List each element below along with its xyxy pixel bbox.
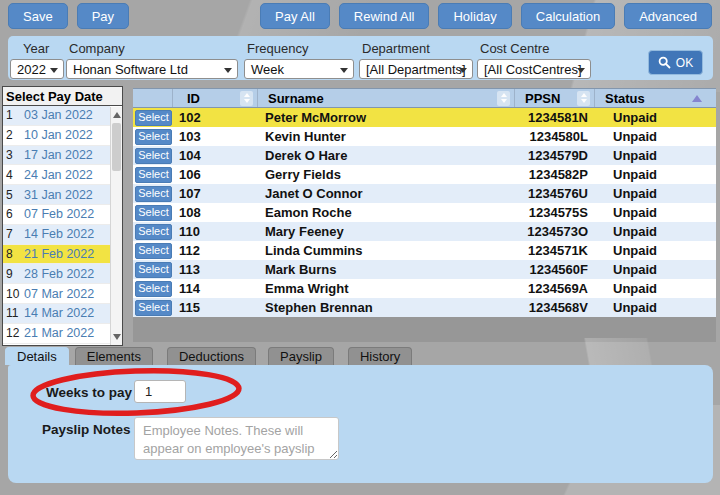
department-value: [All Departments] <box>366 62 466 77</box>
sort-icon[interactable] <box>577 91 590 106</box>
employee-status: Unpaid <box>593 224 714 239</box>
select-button[interactable]: Select <box>135 186 172 202</box>
pay-date-value: 03 Jan 2022 <box>24 108 93 122</box>
tab-elements[interactable]: Elements <box>75 347 153 365</box>
pay-date-row[interactable]: 607 Feb 2022 <box>3 205 110 225</box>
pay-date-number: 11 <box>3 306 24 320</box>
employee-row[interactable]: Select106Gerry Fields1234582PUnpaid <box>133 165 716 184</box>
company-select[interactable]: Honan Software Ltd <box>66 59 238 79</box>
employee-id: 108 <box>172 205 256 220</box>
pay-date-number: 9 <box>3 267 24 281</box>
pay-all-button[interactable]: Pay All <box>260 3 330 29</box>
employee-row[interactable]: Select110Mary Feeney1234573OUnpaid <box>133 222 716 241</box>
year-select[interactable]: 2022 <box>10 59 64 79</box>
employee-id: 103 <box>172 129 256 144</box>
scrollbar-thumb[interactable] <box>112 123 121 171</box>
employee-ppsn: 1234560F <box>513 262 593 277</box>
pay-date-row[interactable]: 714 Feb 2022 <box>3 225 110 245</box>
tab-history[interactable]: History <box>348 347 412 365</box>
cost-centre-label: Cost Centre <box>480 41 591 57</box>
sort-icon[interactable] <box>497 91 510 106</box>
advanced-button[interactable]: Advanced <box>624 3 712 29</box>
pay-date-row[interactable]: 210 Jan 2022 <box>3 126 110 146</box>
pay-button[interactable]: Pay <box>77 3 129 29</box>
pay-date-value: 24 Jan 2022 <box>24 168 93 182</box>
pay-date-row[interactable]: 1007 Mar 2022 <box>3 284 110 304</box>
frequency-select[interactable]: Week <box>244 59 354 79</box>
select-button[interactable]: Select <box>135 205 172 221</box>
company-filter: Company Honan Software Ltd <box>66 41 238 79</box>
select-button[interactable]: Select <box>135 129 172 145</box>
select-button[interactable]: Select <box>135 224 172 240</box>
employee-ppsn: 1234568V <box>513 300 593 315</box>
holiday-button[interactable]: Holiday <box>438 3 511 29</box>
pay-date-row[interactable]: 424 Jan 2022 <box>3 165 110 185</box>
employee-ppsn: 1234569A <box>513 281 593 296</box>
cost-centre-select[interactable]: [All CostCentres] <box>477 59 591 79</box>
pay-date-value: 17 Jan 2022 <box>24 148 93 162</box>
pay-date-scrollbar[interactable] <box>110 107 122 345</box>
pay-date-number: 3 <box>3 148 24 162</box>
weeks-to-pay-input[interactable] <box>134 380 186 403</box>
employee-row[interactable]: Select113Mark Burns1234560FUnpaid <box>133 260 716 279</box>
pay-date-row[interactable]: 317 Jan 2022 <box>3 146 110 166</box>
scroll-down-icon[interactable] <box>113 334 121 340</box>
pay-date-value: 07 Feb 2022 <box>24 207 94 221</box>
column-header-id[interactable]: ID <box>173 89 258 107</box>
chevron-down-icon <box>50 68 58 73</box>
header-blank-cell <box>133 89 173 107</box>
pay-date-value: 28 Feb 2022 <box>24 267 94 281</box>
pay-date-value: 14 Feb 2022 <box>24 227 94 241</box>
employee-row[interactable]: Select102Peter McMorrow1234581NUnpaid <box>133 108 716 127</box>
calculation-button[interactable]: Calculation <box>521 3 615 29</box>
tab-deductions[interactable]: Deductions <box>167 347 256 365</box>
tab-details[interactable]: Details <box>5 347 69 365</box>
sort-icon[interactable] <box>240 91 253 106</box>
payslip-notes-textarea[interactable] <box>134 417 339 460</box>
rewind-all-button[interactable]: Rewind All <box>339 3 430 29</box>
select-button[interactable]: Select <box>135 167 172 183</box>
select-button[interactable]: Select <box>135 262 172 278</box>
pay-date-row[interactable]: 103 Jan 2022 <box>3 106 110 126</box>
employee-row[interactable]: Select108Eamon Roche1234575SUnpaid <box>133 203 716 222</box>
department-filter: Department [All Departments] <box>359 41 473 79</box>
details-panel: Weeks to pay Payslip Notes <box>8 365 713 483</box>
employee-row[interactable]: Select114Emma Wright1234569AUnpaid <box>133 279 716 298</box>
column-header-ppsn[interactable]: PPSN <box>515 89 595 107</box>
pay-date-row[interactable]: 531 Jan 2022 <box>3 185 110 205</box>
pay-date-row[interactable]: 1221 Mar 2022 <box>3 324 110 344</box>
select-button[interactable]: Select <box>135 300 172 316</box>
employee-status: Unpaid <box>593 186 714 201</box>
select-button[interactable]: Select <box>135 148 172 164</box>
pay-date-number: 12 <box>3 326 24 340</box>
save-button[interactable]: Save <box>8 3 68 29</box>
select-button[interactable]: Select <box>135 281 172 297</box>
column-header-surname[interactable]: Surname <box>258 89 515 107</box>
employee-row[interactable]: Select115Stephen Brennan1234568VUnpaid <box>133 298 716 317</box>
payslip-notes-label: Payslip Notes <box>42 422 131 437</box>
select-button[interactable]: Select <box>135 110 172 126</box>
employee-surname: Kevin Hunter <box>256 129 513 144</box>
pay-date-number: 6 <box>3 207 24 221</box>
employee-status: Unpaid <box>593 110 714 125</box>
employee-id: 107 <box>172 186 256 201</box>
employee-row[interactable]: Select103Kevin Hunter1234580LUnpaid <box>133 127 716 146</box>
select-button[interactable]: Select <box>135 243 172 259</box>
search-ok-button[interactable]: OK <box>648 50 703 75</box>
column-header-status[interactable]: Status <box>595 89 716 107</box>
pay-date-value: 07 Mar 2022 <box>24 287 94 301</box>
employee-id: 102 <box>172 110 256 125</box>
employee-id: 106 <box>172 167 256 182</box>
employee-row[interactable]: Select107Janet O Connor1234576UUnpaid <box>133 184 716 203</box>
scroll-up-icon[interactable] <box>113 112 121 118</box>
employee-row[interactable]: Select104Derek O Hare1234579DUnpaid <box>133 146 716 165</box>
employee-surname: Peter McMorrow <box>256 110 513 125</box>
pay-date-row[interactable]: 1114 Mar 2022 <box>3 304 110 324</box>
department-select[interactable]: [All Departments] <box>359 59 473 79</box>
employee-surname: Stephen Brennan <box>256 300 513 315</box>
toolbar: SavePay Pay AllRewind AllHolidayCalculat… <box>8 3 712 29</box>
tab-payslip[interactable]: Payslip <box>268 347 334 365</box>
employee-row[interactable]: Select112Linda Cummins1234571KUnpaid <box>133 241 716 260</box>
pay-date-row[interactable]: 928 Feb 2022 <box>3 264 110 284</box>
pay-date-row[interactable]: 821 Feb 2022 <box>3 245 110 265</box>
